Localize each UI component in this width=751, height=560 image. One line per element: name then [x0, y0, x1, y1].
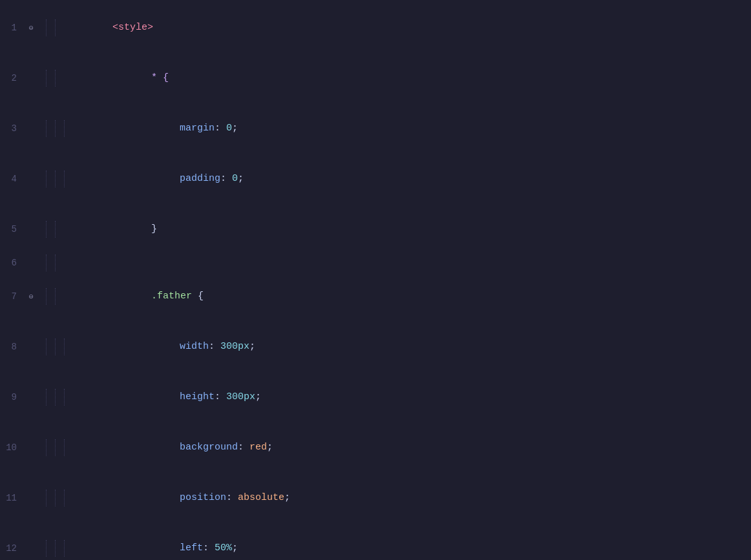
- line-10: 10 background: red;: [0, 422, 751, 473]
- line-4: 4 padding: 0;: [0, 154, 751, 204]
- line-9: 9 height: 300px;: [0, 372, 751, 422]
- line-3: 3 margin: 0;: [0, 103, 751, 154]
- line-11: 11 position: absolute;: [0, 473, 751, 523]
- line-8: 8 width: 300px;: [0, 322, 751, 372]
- style-open-tag: <style>: [112, 22, 153, 33]
- line-2: 2 * {: [0, 53, 751, 103]
- fold-marker-1[interactable]: ⊖: [25, 23, 37, 33]
- editor: 1 ⊖ <style> 2 * {: [0, 0, 751, 560]
- fold-marker-7[interactable]: ⊖: [25, 292, 37, 302]
- line-12: 12 left: 50%;: [0, 523, 751, 560]
- line-5: 5 }: [0, 204, 751, 254]
- line-6: 6: [0, 254, 751, 271]
- line-1: 1 ⊖ <style>: [0, 3, 751, 53]
- line-7: 7 ⊖ .father {: [0, 271, 751, 322]
